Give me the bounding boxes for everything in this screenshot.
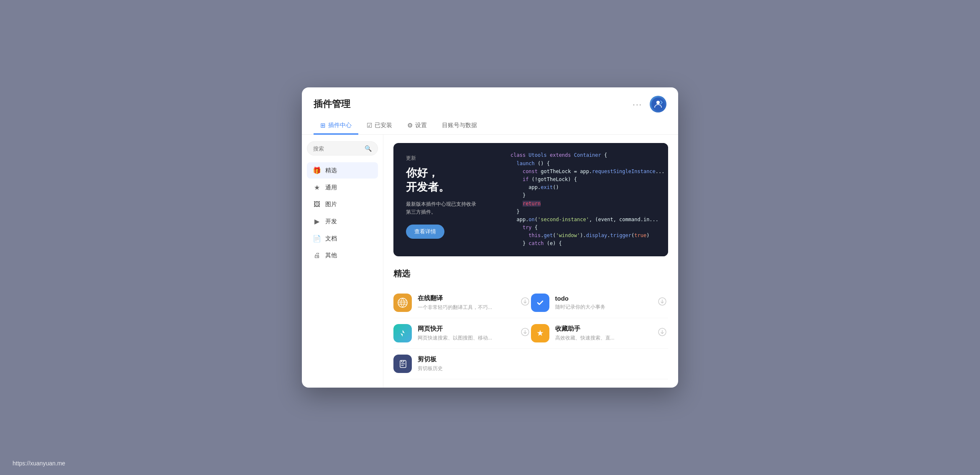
plugin-icon-todo	[531, 294, 549, 312]
tab-account-label: 目账号与数据	[442, 122, 477, 129]
sidebar-item-image[interactable]: 🖼 图片	[307, 197, 378, 212]
plugin-desc-translate: 一个非常轻巧的翻译工具，不巧...	[418, 304, 513, 311]
download-icon-todo[interactable]	[656, 296, 668, 309]
banner-button[interactable]: 查看详情	[406, 225, 444, 239]
image-icon: 🖼	[313, 201, 321, 208]
plugins-grid: 在线翻译 一个非常轻巧的翻译工具，不巧...	[393, 288, 668, 379]
plugin-item-bookmark[interactable]: 收藏助手 高效收藏、快速搜索、直...	[531, 318, 669, 349]
plugin-name-translate: 在线翻译	[418, 294, 513, 302]
sidebar-item-general[interactable]: ★ 通用	[307, 179, 378, 196]
download-icon-translate[interactable]	[519, 296, 531, 309]
tab-settings-icon: ⚙	[407, 122, 413, 129]
sidebar-item-featured[interactable]: 🎁 精选	[307, 162, 378, 179]
sidebar-item-docs-label: 文档	[325, 235, 337, 243]
section-title: 精选	[393, 268, 668, 279]
plugin-info-clipboard: 剪切板 剪切板历史	[418, 355, 668, 372]
content-area: 🔍 🎁 精选 ★ 通用 🖼 图片 ▶ 开发 📄 文档	[302, 135, 678, 387]
tab-plugin-center-icon: ⊞	[320, 122, 326, 129]
plugin-desc-clipboard: 剪切板历史	[418, 365, 668, 372]
sidebar: 🔍 🎁 精选 ★ 通用 🖼 图片 ▶ 开发 📄 文档	[302, 135, 383, 387]
page-title: 插件管理	[314, 98, 350, 110]
avatar-icon	[651, 97, 665, 111]
plugin-icon-translate	[393, 294, 412, 312]
sidebar-item-dev[interactable]: ▶ 开发	[307, 213, 378, 230]
banner-code: class Utools extends Container { launch …	[502, 143, 668, 256]
plugin-icon-clipboard	[393, 355, 412, 373]
plugin-info-bookmark: 收藏助手 高效收藏、快速搜索、直...	[555, 325, 651, 342]
plugin-name-bookmark: 收藏助手	[555, 325, 651, 333]
docs-icon: 📄	[313, 235, 321, 243]
plugin-info-translate: 在线翻译 一个非常轻巧的翻译工具，不巧...	[418, 294, 513, 311]
other-icon: 🖨	[313, 252, 321, 259]
gift-icon: 🎁	[313, 166, 321, 174]
tab-installed[interactable]: ☑ 已安装	[360, 117, 399, 135]
search-input[interactable]	[313, 146, 365, 152]
dev-icon: ▶	[313, 217, 321, 225]
plugin-desc-todo: 随时记录你的大小事务	[555, 304, 651, 311]
header: 插件管理 ···	[302, 87, 678, 112]
search-icon: 🔍	[365, 145, 372, 152]
app-window: 插件管理 ··· ⊞ 插件中心 ☑ 已安装 ⚙ 设置	[302, 87, 678, 387]
tab-settings[interactable]: ⚙ 设置	[401, 117, 434, 135]
download-icon-webopen[interactable]	[519, 326, 531, 340]
plugin-desc-bookmark: 高效收藏、快速搜索、直...	[555, 335, 651, 342]
banner-desc: 最新版本插件中心现已支持收录第三方插件。	[406, 200, 490, 216]
svg-point-1	[656, 101, 660, 104]
sidebar-item-general-label: 通用	[325, 184, 337, 192]
tab-plugin-center[interactable]: ⊞ 插件中心	[314, 117, 358, 135]
sidebar-item-dev-label: 开发	[325, 218, 337, 225]
plugin-name-todo: todo	[555, 295, 651, 302]
watermark: https://xuanyuan.me	[13, 460, 65, 467]
more-options-button[interactable]: ···	[629, 98, 646, 111]
sidebar-item-other[interactable]: 🖨 其他	[307, 248, 378, 263]
sidebar-item-featured-label: 精选	[325, 167, 337, 174]
banner-title: 你好，开发者。	[406, 166, 490, 194]
plugin-icon-bookmark	[531, 324, 549, 342]
plugin-item-webopen[interactable]: 网页快开 网页快速搜索、以图搜图、移动...	[393, 318, 531, 349]
banner-text-area: 更新 你好，开发者。 最新版本插件中心现已支持收录第三方插件。 查看详情	[393, 143, 502, 256]
plugin-info-todo: todo 随时记录你的大小事务	[555, 295, 651, 311]
tab-settings-label: 设置	[415, 122, 427, 129]
download-icon-bookmark[interactable]	[656, 326, 668, 340]
header-actions: ···	[629, 96, 666, 112]
star-icon: ★	[313, 184, 321, 192]
tabs-bar: ⊞ 插件中心 ☑ 已安装 ⚙ 设置 目账号与数据	[302, 117, 678, 135]
plugin-item-clipboard[interactable]: 剪切板 剪切板历史	[393, 349, 668, 379]
plugin-name-clipboard: 剪切板	[418, 355, 668, 363]
search-box[interactable]: 🔍	[307, 141, 378, 156]
plugin-desc-webopen: 网页快速搜索、以图搜图、移动...	[418, 335, 513, 342]
tab-plugin-center-label: 插件中心	[328, 122, 352, 129]
tab-account[interactable]: 目账号与数据	[435, 117, 484, 135]
sidebar-item-image-label: 图片	[325, 201, 337, 208]
plugin-item-todo[interactable]: todo 随时记录你的大小事务	[531, 288, 669, 318]
avatar-button[interactable]	[650, 96, 666, 112]
plugin-info-webopen: 网页快开 网页快速搜索、以图搜图、移动...	[418, 325, 513, 342]
plugin-item-translate[interactable]: 在线翻译 一个非常轻巧的翻译工具，不巧...	[393, 288, 531, 318]
tab-installed-label: 已安装	[375, 122, 392, 129]
sidebar-item-other-label: 其他	[325, 252, 337, 259]
main-content: 更新 你好，开发者。 最新版本插件中心现已支持收录第三方插件。 查看详情 cla…	[383, 135, 678, 387]
plugin-name-webopen: 网页快开	[418, 325, 513, 333]
plugin-icon-webopen	[393, 324, 412, 342]
banner-tag: 更新	[406, 155, 490, 162]
sidebar-item-docs[interactable]: 📄 文档	[307, 230, 378, 247]
tab-installed-icon: ☑	[367, 122, 372, 129]
banner: 更新 你好，开发者。 最新版本插件中心现已支持收录第三方插件。 查看详情 cla…	[393, 143, 668, 256]
